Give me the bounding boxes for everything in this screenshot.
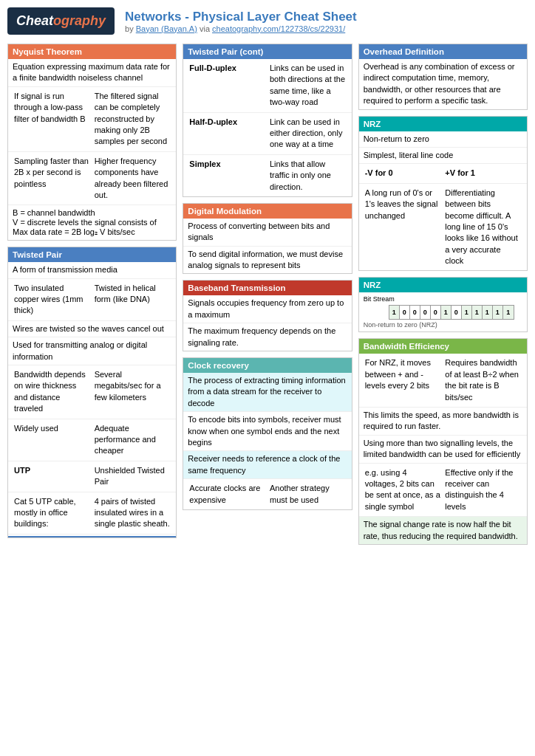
bit-4: 0: [420, 306, 431, 319]
tp-row7: UTP Unshielded Twisted Pair: [8, 461, 176, 492]
tp-r5c2: Several megabits/sec for a few kilometer…: [93, 368, 172, 416]
nrz-diagram: Bit Stream 1 0 0 0 0 1 0 1 1 1 1: [359, 292, 527, 331]
nyquist-formula1: B = channel bandwidth: [13, 208, 171, 217]
bit-grid: 1 0 0 0 0 1 0 1 1 1 1 1: [389, 305, 514, 320]
bb-row1: Signals occupies frequency from zero up …: [183, 295, 351, 323]
bit-6: 1: [441, 306, 451, 319]
tp-r6c1: Widely used: [13, 422, 92, 458]
bandwidth-eff-card: Bandwidth Efficiency For NRZ, it moves b…: [358, 338, 528, 544]
tp-r8c1: Cat 5 UTP cable, mostly in office buildi…: [13, 495, 92, 532]
tpc-r3c1: Simplex: [188, 157, 267, 194]
baseband-card: Baseband Transmission Signals occupies f…: [183, 280, 352, 351]
site-link[interactable]: cheatography.com/122738/cs/22931/: [212, 24, 345, 33]
nyquist-r3c2: Higher frequency components have already…: [93, 154, 172, 203]
bb-header: Baseband Transmission: [183, 281, 351, 295]
nyquist-row2: If signal is run through a low-pass filt…: [8, 87, 176, 152]
tpc-r2c2: Link can be used in either direction, on…: [268, 115, 347, 152]
cr-row3: Receiver needs to reference a clock of t…: [183, 451, 351, 479]
author-link[interactable]: Bayan (Bayan.A): [136, 24, 197, 33]
nyquist-r2c1: If signal is run through a low-pass filt…: [13, 89, 92, 149]
bit-10: 1: [483, 306, 493, 319]
nyquist-r2c2: The filtered signal can be completely re…: [93, 89, 172, 149]
nrz-r4c2: Differentiating between bits become diff…: [443, 186, 522, 269]
be-row4: e.g. using 4 voltages, 2 bits can be sen…: [359, 464, 527, 518]
tpc-row1: Full-D-uplex Links can be used in both d…: [183, 59, 351, 113]
oh-row1: Overhead is any combination of excess or…: [359, 59, 527, 109]
page-header: Cheatography Networks - Physical Layer C…: [7, 7, 528, 35]
tpc-header: Twisted Pair (cont): [183, 44, 351, 59]
nrz-row1: Non-return to zero: [359, 131, 527, 148]
twisted-pair-header: Twisted Pair: [8, 247, 176, 262]
digital-mod-card: Digital Modulation Process of converting…: [183, 203, 352, 275]
nyquist-formula3: Max data rate = 2B log₂ V bits/sec: [13, 227, 171, 237]
tp-r7c2: Unshielded Twisted Pair: [93, 464, 172, 489]
nyquist-formula2: V = discrete levels the signal consists …: [13, 218, 171, 227]
bit-7: 0: [451, 306, 462, 319]
column-1: Nyquist Theorem Equation expressing maxi…: [7, 44, 177, 538]
tp-row8: Cat 5 UTP cable, mostly in office buildi…: [8, 492, 176, 535]
bit-1: 1: [389, 306, 400, 319]
be-r1c1: For NRZ, it moves between + and - levels…: [364, 356, 443, 405]
cr-row4: Accurate clocks are expensive Another st…: [183, 479, 351, 509]
header-sub: by Bayan (Bayan.A) via cheatography.com/…: [125, 24, 357, 33]
nyquist-row1: Equation expressing maximum data rate fo…: [8, 59, 176, 87]
column-3: Overhead Definition Overhead is any comb…: [358, 44, 528, 545]
bit-stream-label: Bit Stream: [364, 295, 522, 303]
nrz-sub-label: Non-return to zero (NRZ): [364, 321, 522, 329]
bb-row2: The maximum frequency depends on the sig…: [183, 323, 351, 351]
tpc-row2: Half-D-uplex Link can be used in either …: [183, 113, 351, 155]
nrz-r3c2: +V for 1: [443, 166, 522, 180]
be-row3: Using more than two signalling levels, t…: [359, 436, 527, 464]
nrz-header: NRZ: [359, 117, 527, 131]
tp-r2c1: Two insulated copper wires (1mm thick): [13, 281, 92, 318]
tp-row4: Used for transmitting analog or digital …: [8, 337, 176, 365]
be-header: Bandwidth Efficiency: [359, 339, 527, 354]
dm-row1: Process of converting between bits and s…: [183, 219, 351, 247]
overhead-card: Overhead Definition Overhead is any comb…: [358, 44, 528, 110]
bit-stream-row: 1 0 0 0 0 1 0 1 1 1 1 1: [364, 305, 522, 320]
be-r4c1: e.g. using 4 voltages, 2 bits can be sen…: [364, 466, 443, 515]
tp-row6: Widely used Adequate performance and che…: [8, 419, 176, 461]
dm-header: Digital Modulation: [183, 204, 351, 219]
be-row1: For NRZ, it moves between + and - levels…: [359, 354, 527, 408]
twisted-pair-cont-card: Twisted Pair (cont) Full-D-uplex Links c…: [183, 44, 352, 197]
bit-5: 0: [431, 306, 441, 319]
tpc-r3c2: Links that allow traffic in only one dir…: [268, 157, 347, 194]
tp-r6c2: Adequate performance and cheaper: [93, 422, 172, 458]
cr-row2: To encode bits into symbols, receiver mu…: [183, 412, 351, 451]
column-2: Twisted Pair (cont) Full-D-uplex Links c…: [183, 44, 352, 510]
tpc-r2c1: Half-D-uplex: [188, 115, 267, 152]
tp-r2c2: Twisted in helical form (like DNA): [93, 281, 172, 318]
tp-r5c1: Bandwidth depends on wire thickness and …: [13, 368, 92, 416]
nyquist-header: Nyquist Theorem: [8, 44, 176, 59]
bit-9: 1: [472, 306, 483, 319]
nrz-simple-card: NRZ Non-return to zero Simplest, literal…: [358, 116, 528, 272]
clock-recovery-card: Clock recovery The process of extracting…: [183, 357, 352, 510]
nrz-row2: Simplest, literal line code: [359, 148, 527, 164]
tp-row5: Bandwidth depends on wire thickness and …: [8, 365, 176, 419]
be-row2: This limits the speed, as more bandwidth…: [359, 408, 527, 436]
bit-2: 0: [400, 306, 410, 319]
cr-header: Clock recovery: [183, 358, 351, 373]
page-title: Networks - Physical Layer Cheat Sheet: [125, 10, 357, 24]
nrz-row3: -V for 0 +V for 1: [359, 164, 527, 183]
nyquist-formulas: B = channel bandwidth V = discrete level…: [8, 205, 176, 240]
be-r4c2: Effective only if the receiver can disti…: [443, 466, 522, 515]
oh-header: Overhead Definition: [359, 44, 527, 59]
tp-row1: A form of transmission media: [8, 262, 176, 278]
bit-12: 1: [503, 306, 514, 319]
bit-3: 0: [410, 306, 420, 319]
nrz-diagram-card: NRZ Bit Stream 1 0 0 0 0 1 0 1 1 1: [358, 277, 528, 332]
logo: Cheatography: [7, 7, 115, 35]
main-content: Nyquist Theorem Equation expressing maxi…: [7, 44, 528, 545]
cr-row1: The process of extracting timing informa…: [183, 373, 351, 412]
nrz-row4: A long run of 0's or 1's leaves the sign…: [359, 184, 527, 271]
cr-r4c1: Accurate clocks are expensive: [188, 481, 267, 507]
nrz-diag-header: NRZ: [359, 278, 527, 292]
tpc-r1c2: Links can be used in both directions at …: [268, 61, 347, 110]
bit-8: 1: [462, 306, 472, 319]
bit-11: 1: [493, 306, 503, 319]
nrz-r4c1: A long run of 0's or 1's leaves the sign…: [364, 186, 443, 269]
tp-r8c2: 4 pairs of twisted insulated wires in a …: [93, 495, 172, 532]
be-r1c2: Requires bandwidth of at least B÷2 when …: [443, 356, 522, 405]
